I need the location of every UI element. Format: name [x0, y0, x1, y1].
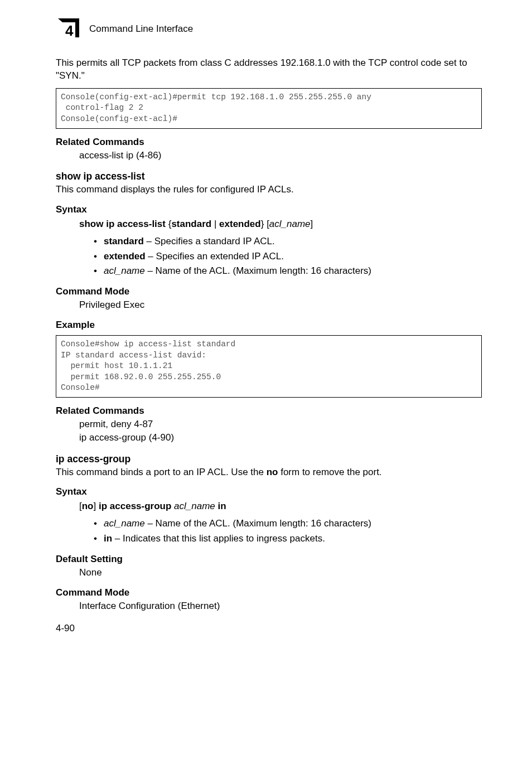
command-mode-heading-2: Command Mode: [56, 587, 482, 598]
chapter-number: 4: [65, 22, 74, 39]
syntax-bracket-close-2: ]: [94, 501, 96, 511]
example-heading: Example: [56, 320, 482, 331]
syntax-acl-name: acl_name: [269, 219, 311, 229]
related-commands-items-2: permit, deny 4-87 ip access-group (4-90): [79, 418, 482, 444]
syntax-line-2: [no] ip access-group acl_name in: [79, 501, 482, 512]
desc-no: no: [267, 467, 278, 477]
syntax-ip-access-group: ip access-group: [99, 501, 171, 511]
intro-paragraph: This permits all TCP packets from class …: [56, 57, 482, 83]
page-number: 4-90: [56, 623, 482, 634]
syntax-standard: standard: [171, 219, 211, 229]
syntax-bullets-1: standard – Specifies a standard IP ACL. …: [94, 234, 482, 278]
list-item: extended – Specifies an extended IP ACL.: [94, 249, 482, 264]
code-block-2: Console#show ip access-list standard IP …: [56, 335, 482, 398]
syntax-brace-close: }: [261, 219, 264, 229]
syntax-cmd: show ip access-list: [79, 219, 166, 229]
bullet-acl-name: acl_name: [104, 265, 145, 276]
bullet-text: – Specifies a standard IP ACL.: [144, 236, 275, 246]
bullet-text: – Indicates that this list applies to in…: [112, 533, 325, 544]
syntax-heading-2: Syntax: [56, 486, 482, 497]
list-item: acl_name – Name of the ACL. (Maximum len…: [94, 264, 482, 278]
ip-access-group-heading: ip access-group: [56, 453, 482, 465]
chapter-icon: 4: [56, 17, 81, 41]
syntax-bullets-2: acl_name – Name of the ACL. (Maximum len…: [94, 516, 482, 546]
command-mode-heading-1: Command Mode: [56, 286, 482, 297]
command-mode-value-2: Interface Configuration (Ethernet): [79, 599, 482, 613]
syntax-acl-name-2: acl_name: [174, 501, 215, 511]
bullet-extended: extended: [104, 251, 146, 262]
show-ip-access-list-heading: show ip access-list: [56, 171, 482, 182]
syntax-pipe: |: [214, 219, 216, 229]
list-item: in – Indicates that this list applies to…: [94, 531, 482, 546]
bullet-acl-name-2: acl_name: [104, 518, 145, 529]
desc-pre: This command binds a port to an IP ACL. …: [56, 467, 267, 477]
code-block-1: Console(config-ext-acl)#permit tcp 192.1…: [56, 88, 482, 129]
command-mode-value-1: Privileged Exec: [79, 298, 482, 312]
show-ip-description: This command displays the rules for conf…: [56, 183, 482, 196]
bullet-in: in: [104, 533, 112, 544]
bullet-text: – Specifies an extended IP ACL.: [146, 251, 284, 262]
desc-post: form to remove the port.: [278, 467, 381, 477]
page-container: 4 Command Line Interface This permits al…: [0, 0, 532, 651]
related-commands-heading-2: Related Commands: [56, 405, 482, 417]
syntax-line-1: show ip access-list {standard | extended…: [79, 219, 482, 230]
syntax-no: no: [82, 501, 94, 511]
list-item: acl_name – Name of the ACL. (Maximum len…: [94, 516, 482, 531]
default-setting-heading: Default Setting: [56, 554, 482, 565]
page-header: 4 Command Line Interface: [56, 17, 482, 41]
syntax-extended: extended: [219, 219, 261, 229]
syntax-heading-1: Syntax: [56, 204, 482, 215]
related-commands-heading-1: Related Commands: [56, 137, 482, 148]
syntax-bracket-close: ]: [311, 219, 313, 229]
bullet-text: – Name of the ACL. (Maximum length: 16 c…: [145, 518, 371, 529]
ip-access-group-description: This command binds a port to an IP ACL. …: [56, 466, 482, 479]
syntax-in: in: [218, 501, 226, 511]
default-setting-value: None: [79, 566, 482, 579]
related-commands-item-1: access-list ip (4-86): [79, 149, 482, 162]
bullet-text: – Name of the ACL. (Maximum length: 16 c…: [145, 265, 371, 276]
bullet-standard: standard: [104, 236, 144, 246]
header-title: Command Line Interface: [89, 23, 193, 35]
list-item: standard – Specifies a standard IP ACL.: [94, 234, 482, 249]
